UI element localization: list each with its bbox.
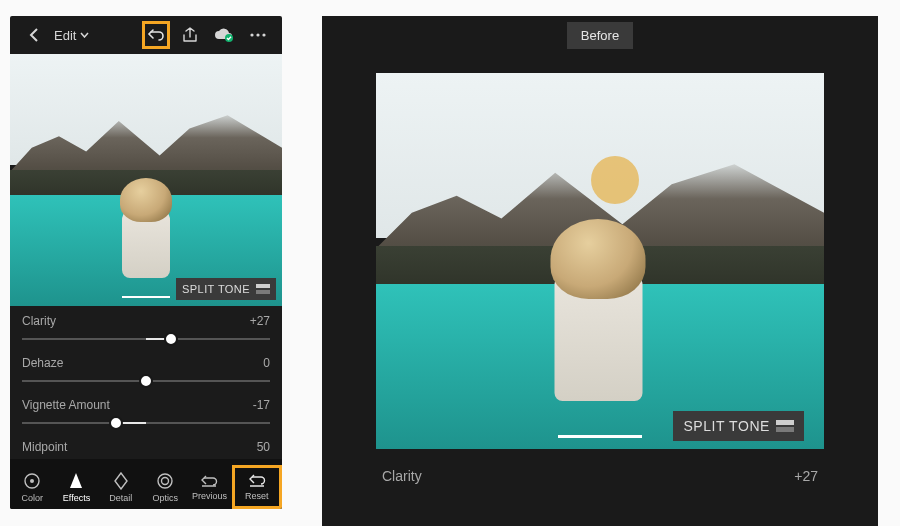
slider-track[interactable] — [22, 328, 270, 350]
tool-label: Optics — [152, 493, 178, 503]
tool-label: Previous — [192, 491, 227, 501]
slider-value: -17 — [253, 398, 270, 412]
split-tone-label: SPLIT TONE — [683, 418, 770, 434]
svg-point-8 — [158, 474, 172, 488]
photo-subject — [548, 219, 653, 419]
svg-point-7 — [30, 479, 34, 483]
top-bar: Edit — [10, 16, 282, 54]
svg-rect-11 — [776, 427, 794, 432]
split-tone-label: SPLIT TONE — [182, 283, 250, 295]
photo-subject — [116, 178, 176, 288]
slider-vignette-amount: Vignette Amount-17 — [22, 398, 270, 434]
reset-icon — [247, 474, 267, 488]
tool-effects[interactable]: Effects — [54, 465, 98, 509]
cloud-check-icon — [214, 28, 234, 42]
undo-button[interactable] — [142, 21, 170, 49]
before-badge: Before — [567, 22, 633, 49]
tool-optics[interactable]: Optics — [143, 465, 187, 509]
edit-menu[interactable]: Edit — [54, 28, 89, 43]
lightroom-app: Edit SPLIT TONE — [10, 16, 282, 509]
photo-board — [558, 435, 642, 438]
more-icon — [250, 33, 266, 37]
slider-label: Clarity — [22, 314, 56, 328]
back-button[interactable] — [20, 21, 48, 49]
preview-footer: Clarity +27 — [322, 449, 878, 503]
edit-label: Edit — [54, 28, 76, 43]
chevron-left-icon — [29, 28, 39, 42]
share-icon — [183, 27, 197, 43]
slider-dehaze: Dehaze0 — [22, 356, 270, 392]
undo-icon — [147, 28, 165, 42]
split-tone-icon — [256, 284, 270, 294]
photo-board — [122, 296, 170, 298]
svg-point-2 — [256, 33, 259, 36]
slider-label: Dehaze — [22, 356, 63, 370]
optics-icon — [156, 472, 174, 490]
svg-point-3 — [262, 33, 265, 36]
split-tone-button[interactable]: SPLIT TONE — [673, 411, 804, 441]
share-button[interactable] — [176, 21, 204, 49]
slider-track[interactable] — [22, 412, 270, 434]
slider-value: +27 — [250, 314, 270, 328]
tool-color[interactable]: Color — [10, 465, 54, 509]
detail-icon — [112, 472, 130, 490]
slider-clarity: Clarity+27 — [22, 314, 270, 350]
tool-reset[interactable]: Reset — [232, 465, 282, 509]
slider-label: Vignette Amount — [22, 398, 110, 412]
bottom-tool-strip: Color Effects Detail Optics Previous Res… — [10, 459, 282, 509]
split-tone-icon — [776, 420, 794, 432]
slider-midpoint: Midpoint50 — [22, 440, 270, 454]
previous-icon — [199, 474, 219, 488]
slider-value: 50 — [257, 440, 270, 454]
split-tone-button[interactable]: SPLIT TONE — [176, 278, 276, 300]
touch-indicator-icon — [591, 156, 639, 204]
photo-preview-large[interactable]: SPLIT TONE — [376, 73, 824, 449]
cloud-sync-button[interactable] — [210, 21, 238, 49]
photo-preview[interactable]: SPLIT TONE — [10, 54, 282, 306]
footer-slider-value: +27 — [794, 468, 818, 484]
slider-value: 0 — [263, 356, 270, 370]
svg-rect-10 — [776, 420, 794, 425]
tool-label: Reset — [245, 491, 269, 501]
tool-detail[interactable]: Detail — [99, 465, 143, 509]
before-preview-panel: Before SPLIT TONE Clarity +27 — [322, 16, 878, 526]
svg-rect-4 — [256, 284, 270, 288]
effects-icon — [68, 472, 84, 490]
color-icon — [23, 472, 41, 490]
chevron-down-icon — [80, 32, 89, 38]
svg-rect-5 — [256, 290, 270, 294]
tool-label: Effects — [63, 493, 90, 503]
footer-slider-name: Clarity — [382, 468, 422, 484]
more-button[interactable] — [244, 21, 272, 49]
effects-sliders: Clarity+27 Dehaze0 Vignette Amount-17 Mi… — [10, 306, 282, 459]
tool-label: Detail — [109, 493, 132, 503]
slider-track[interactable] — [22, 370, 270, 392]
tool-label: Color — [21, 493, 43, 503]
slider-label: Midpoint — [22, 440, 67, 454]
tool-previous[interactable]: Previous — [187, 465, 231, 509]
svg-point-9 — [162, 477, 169, 484]
svg-point-1 — [250, 33, 253, 36]
